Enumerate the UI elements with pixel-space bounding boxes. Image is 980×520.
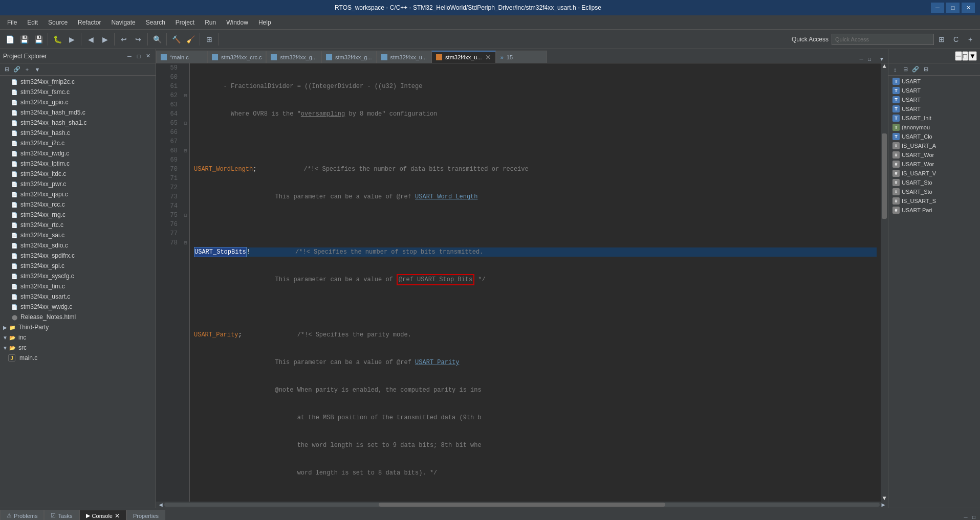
outline-collapse-button[interactable]: ⊟ — [921, 65, 930, 74]
tree-item-ltdc[interactable]: 📄 stm32f4xx_ltdc.c — [0, 169, 156, 179]
editor-view-menu[interactable]: ▼ — [878, 55, 886, 63]
tree-item-i2c[interactable]: 📄 stm32f4xx_i2c.c — [0, 138, 156, 148]
save-all-button[interactable]: 💾 — [32, 33, 45, 46]
tab-console[interactable]: ▶ Console ✕ — [79, 510, 126, 520]
search-button[interactable]: 🔍 — [150, 33, 164, 46]
tab-g1[interactable]: stm32f4xx_g... — [266, 51, 321, 63]
debug-button[interactable]: 🐛 — [51, 33, 64, 46]
h-scroll-thumb[interactable] — [379, 503, 665, 507]
outline-item-usart-wor2[interactable]: # USART_Wor — [888, 160, 980, 169]
tree-item-rtc[interactable]: 📄 stm32f4xx_rtc.c — [0, 220, 156, 230]
tab-u1[interactable]: stm32f4xx_u... — [377, 51, 432, 63]
scroll-up-button[interactable]: ▲ — [881, 63, 888, 70]
scroll-right-button[interactable]: ▶ — [880, 501, 887, 508]
redo-button[interactable]: ↪ — [132, 33, 145, 46]
outline-minimize[interactable]: ─ — [955, 51, 962, 61]
tree-item-qspi[interactable]: 📄 stm32f4xx_qspi.c — [0, 189, 156, 199]
perspective-button[interactable]: ⊞ — [935, 33, 948, 46]
outline-item-usart2[interactable]: T USART — [888, 86, 980, 95]
scroll-down-button[interactable]: ▼ — [881, 495, 888, 502]
tab-usart-h[interactable]: stm32f4xx_u... ✕ — [431, 51, 496, 63]
tab-crc[interactable]: stm32f4xx_crc.c — [207, 51, 266, 63]
outline-item-usart3[interactable]: T USART — [888, 95, 980, 104]
outline-item-is-usart-s[interactable]: # IS_USART_S — [888, 196, 980, 206]
quick-access-input[interactable] — [832, 34, 934, 45]
outline-filter-button[interactable]: ⊟ — [901, 65, 910, 74]
scroll-left-button[interactable]: ◀ — [157, 501, 164, 508]
tab-g2[interactable]: stm32f4xx_g... — [321, 51, 377, 63]
outline-item-usart-sto1[interactable]: # USART_Sto — [888, 178, 980, 187]
menu-help[interactable]: Help — [253, 17, 276, 28]
tree-item-usart[interactable]: 📄 stm32f4xx_usart.c — [0, 291, 156, 302]
pe-link-editor-button[interactable]: 🔗 — [12, 65, 21, 74]
tree-item-sdio[interactable]: 📄 stm32f4xx_sdio.c — [0, 240, 156, 251]
tree-item-rng[interactable]: 📄 stm32f4xx_rng.c — [0, 210, 156, 220]
menu-project[interactable]: Project — [170, 17, 200, 28]
tree-item-pwr[interactable]: 📄 stm32f4xx_pwr.c — [0, 179, 156, 189]
outline-item-is-usart-v[interactable]: # IS_USART_V — [888, 169, 980, 178]
editor-maximize[interactable]: □ — [865, 55, 874, 63]
tree-item-wwdg[interactable]: 📄 stm32f4xx_wwdg.c — [0, 302, 156, 312]
tree-item-inc[interactable]: ▼ 📂 inc — [0, 332, 156, 343]
save-button[interactable]: 💾 — [17, 33, 31, 46]
outline-view-menu[interactable]: ▼ — [968, 51, 977, 61]
outline-item-usart-wor1[interactable]: # USART_Wor — [888, 150, 980, 160]
pe-collapse-button[interactable]: ⊟ — [2, 65, 11, 74]
menu-search[interactable]: Search — [141, 17, 170, 28]
fold-68[interactable]: ⊟ — [184, 148, 187, 154]
vertical-scrollbar[interactable]: ▲ ▼ — [881, 63, 888, 502]
bottom-maximize[interactable]: □ — [970, 513, 978, 520]
menu-edit[interactable]: Edit — [22, 17, 43, 28]
tree-item-hash-md5[interactable]: 📄 stm32f4xx_hash_md5.c — [0, 107, 156, 118]
pe-maximize-button[interactable]: □ — [134, 52, 143, 61]
tree-item-rcc[interactable]: 📄 stm32f4xx_rcc.c — [0, 199, 156, 210]
code-editor-content[interactable]: - FractionalDivider = ((IntegerDivider -… — [190, 63, 881, 502]
undo-button[interactable]: ↩ — [117, 33, 130, 46]
next-edit-button[interactable]: ▶ — [98, 33, 112, 46]
scroll-thumb[interactable] — [882, 133, 887, 219]
minimize-button[interactable]: ─ — [931, 3, 944, 13]
tab-15[interactable]: » 15 — [496, 51, 547, 63]
tree-item-spdifrx[interactable]: 📄 stm32f4xx_spdifrx.c — [0, 251, 156, 261]
tree-item-gpio[interactable]: 📄 stm32f4xx_gpio.c — [0, 97, 156, 107]
tab-main-c[interactable]: *main.c — [156, 51, 207, 63]
fold-65[interactable]: ⊟ — [184, 120, 187, 126]
menu-run[interactable]: Run — [200, 17, 221, 28]
tab-close-icon[interactable]: ✕ — [485, 53, 491, 61]
tree-item-hash-sha1[interactable]: 📄 stm32f4xx_hash_sha1.c — [0, 118, 156, 128]
outline-item-usart-sto2[interactable]: # USART_Sto — [888, 187, 980, 196]
tab-properties[interactable]: Properties — [126, 510, 165, 520]
tree-item-syscfg[interactable]: 📄 stm32f4xx_syscfg.c — [0, 271, 156, 281]
pe-new-button[interactable]: + — [23, 65, 32, 74]
clean-button[interactable]: 🧹 — [184, 33, 197, 46]
tab-problems[interactable]: ⚠ Problems — [0, 510, 44, 520]
new-button[interactable]: 📄 — [3, 33, 16, 46]
tree-item-release-notes[interactable]: ⬤ Release_Notes.html — [0, 312, 156, 322]
outline-item-is-usart-a[interactable]: # IS_USART_A — [888, 141, 980, 150]
pe-minimize-button[interactable]: ─ — [125, 52, 134, 61]
menu-source[interactable]: Source — [43, 17, 73, 28]
build-button[interactable]: 🔨 — [169, 33, 183, 46]
tab-tasks[interactable]: ☑ Tasks — [44, 510, 79, 520]
open-perspective-button[interactable]: + — [964, 33, 977, 46]
tree-item-main[interactable]: J main.c — [0, 353, 156, 363]
perspective-c-button[interactable]: C — [949, 33, 963, 46]
outline-item-anon[interactable]: T (anonymou — [888, 123, 980, 132]
tree-item-third-party[interactable]: ▶ 📁 Third-Party — [0, 322, 156, 332]
pe-down-button[interactable]: ▼ — [33, 65, 42, 74]
outline-item-usart1[interactable]: T USART — [888, 77, 980, 86]
outline-item-usart-clo[interactable]: T USART_Clo — [888, 132, 980, 141]
tree-item-iwdg[interactable]: 📄 stm32f4xx_iwdg.c — [0, 148, 156, 159]
fold-62[interactable]: ⊟ — [184, 93, 187, 99]
outline-item-usart-init[interactable]: T USART_Init — [888, 114, 980, 123]
outline-item-usart-pari[interactable]: # USART Pari — [888, 206, 980, 215]
outline-maximize[interactable]: □ — [962, 51, 968, 61]
outline-sort-button[interactable]: ↕ — [890, 65, 900, 74]
tree-item-fsmc[interactable]: 📄 stm32f4xx_fsmc.c — [0, 87, 156, 97]
tree-item-src[interactable]: ▼ 📂 src — [0, 343, 156, 353]
bottom-minimize[interactable]: ─ — [962, 513, 970, 520]
open-terminal-button[interactable]: ⊞ — [203, 33, 216, 46]
tree-item-sai[interactable]: 📄 stm32f4xx_sai.c — [0, 230, 156, 240]
menu-refactor[interactable]: Refactor — [73, 17, 106, 28]
pe-close-button[interactable]: ✕ — [143, 52, 153, 61]
